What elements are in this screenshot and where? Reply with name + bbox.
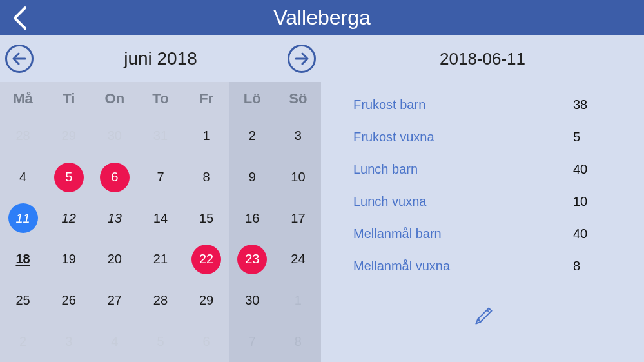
calendar-day-number: 20 xyxy=(100,245,130,274)
calendar-day[interactable]: 2 xyxy=(229,116,275,157)
calendar-day[interactable]: 7 xyxy=(229,321,275,362)
calendar-day[interactable]: 9 xyxy=(229,157,275,198)
calendar-day[interactable]: 15 xyxy=(184,197,229,239)
calendar-day[interactable]: 17 xyxy=(275,197,321,239)
detail-label: Frukost barn xyxy=(353,97,573,112)
calendar-day-number: 12 xyxy=(54,203,84,233)
calendar-day[interactable]: 6 xyxy=(184,321,229,362)
calendar-day-number: 27 xyxy=(100,286,130,316)
detail-value: 10 xyxy=(573,194,618,209)
calendar-day[interactable]: 8 xyxy=(275,321,321,362)
calendar-day[interactable]: 5 xyxy=(46,157,92,198)
calendar-day[interactable]: 13 xyxy=(92,197,137,239)
calendar-day[interactable]: 29 xyxy=(184,280,229,321)
calendar-day[interactable]: 25 xyxy=(0,280,46,321)
calendar-day-number: 15 xyxy=(191,203,221,233)
detail-row: Frukost vuxna5 xyxy=(353,121,618,153)
calendar-day[interactable]: 1 xyxy=(275,280,321,321)
next-month-button[interactable] xyxy=(288,45,316,73)
arrow-left-icon xyxy=(12,52,26,66)
calendar-day-number: 16 xyxy=(237,203,267,233)
calendar-day[interactable]: 8 xyxy=(184,157,229,198)
calendar-day-number: 6 xyxy=(191,327,221,356)
calendar-day-number: 5 xyxy=(54,163,84,192)
calendar-day[interactable]: 5 xyxy=(137,321,183,362)
calendar-day[interactable]: 18 xyxy=(0,239,46,280)
calendar-day-number: 5 xyxy=(146,327,175,356)
svg-rect-2 xyxy=(478,308,491,322)
detail-label: Lunch barn xyxy=(353,162,573,177)
calendar-day-number: 19 xyxy=(54,245,84,274)
calendar-day-number: 24 xyxy=(283,245,313,274)
calendar-panel: juni 2018 MåTiOnToFrLöSö 282930311234567… xyxy=(0,35,321,362)
calendar-day[interactable]: 10 xyxy=(275,157,321,198)
calendar-day[interactable]: 26 xyxy=(46,280,92,321)
calendar-grid: MåTiOnToFrLöSö 2829303112345678910111213… xyxy=(0,82,321,362)
calendar-day[interactable]: 3 xyxy=(275,116,321,157)
detail-label: Frukost vuxna xyxy=(353,130,573,145)
calendar-day-number: 29 xyxy=(54,121,84,151)
calendar-day[interactable]: 4 xyxy=(92,321,137,362)
weekday-header: Sö xyxy=(275,82,321,116)
svg-line-4 xyxy=(487,310,489,312)
weekday-header: Fr xyxy=(184,82,229,116)
calendar-day[interactable]: 16 xyxy=(229,197,275,239)
calendar-day[interactable]: 11 xyxy=(0,197,46,239)
edit-button[interactable] xyxy=(467,301,498,332)
calendar-day-number: 29 xyxy=(191,286,221,316)
back-button[interactable] xyxy=(4,0,36,35)
calendar-day-number: 2 xyxy=(8,327,38,356)
prev-month-button[interactable] xyxy=(5,45,34,73)
calendar-day[interactable]: 23 xyxy=(229,239,275,280)
calendar-day-number: 23 xyxy=(237,245,267,274)
calendar-day[interactable]: 19 xyxy=(46,239,92,280)
app-header: Valleberga xyxy=(0,0,644,35)
calendar-day[interactable]: 27 xyxy=(92,280,137,321)
detail-value: 40 xyxy=(573,226,618,241)
calendar-day[interactable]: 21 xyxy=(137,239,183,280)
detail-list: Frukost barn38Frukost vuxna5Lunch barn40… xyxy=(321,82,644,282)
calendar-day[interactable]: 20 xyxy=(92,239,137,280)
svg-marker-3 xyxy=(474,319,480,325)
calendar-day[interactable]: 7 xyxy=(137,157,183,198)
chevron-left-icon xyxy=(11,5,29,31)
detail-label: Mellanmål vuxna xyxy=(353,259,573,274)
calendar-day[interactable]: 28 xyxy=(0,116,46,157)
arrow-right-icon xyxy=(295,52,309,66)
calendar-day-number: 8 xyxy=(191,163,221,192)
calendar-day[interactable]: 2 xyxy=(0,321,46,362)
calendar-week-row: 2345678 xyxy=(0,321,321,362)
calendar-day-number: 18 xyxy=(8,245,38,274)
calendar-day-number: 17 xyxy=(283,203,313,233)
detail-row: Lunch barn40 xyxy=(353,153,618,185)
calendar-day[interactable]: 31 xyxy=(137,116,183,157)
month-label: juni 2018 xyxy=(124,48,197,69)
calendar-day-number: 31 xyxy=(146,121,175,151)
selected-date: 2018-06-11 xyxy=(321,35,644,82)
calendar-day-number: 26 xyxy=(54,286,84,316)
calendar-day-number: 1 xyxy=(191,121,221,151)
detail-label: Lunch vuxna xyxy=(353,194,573,209)
calendar-day-number: 14 xyxy=(146,203,175,233)
weekday-header: Lö xyxy=(229,82,275,116)
detail-row: Mellanmål barn40 xyxy=(353,217,618,250)
calendar-day[interactable]: 30 xyxy=(92,116,137,157)
calendar-day-number: 8 xyxy=(283,327,313,356)
calendar-day[interactable]: 6 xyxy=(92,157,137,198)
calendar-day-number: 6 xyxy=(100,163,130,192)
calendar-day[interactable]: 30 xyxy=(229,280,275,321)
calendar-day[interactable]: 29 xyxy=(46,116,92,157)
calendar-day[interactable]: 24 xyxy=(275,239,321,280)
calendar-day[interactable]: 1 xyxy=(184,116,229,157)
calendar-day-number: 3 xyxy=(54,327,84,356)
calendar-day[interactable]: 14 xyxy=(137,197,183,239)
calendar-day-number: 9 xyxy=(237,163,267,192)
detail-value: 8 xyxy=(573,259,618,274)
calendar-day[interactable]: 28 xyxy=(137,280,183,321)
calendar-day-number: 1 xyxy=(283,286,313,316)
calendar-day[interactable]: 22 xyxy=(184,239,229,280)
calendar-day[interactable]: 4 xyxy=(0,157,46,198)
calendar-day-number: 22 xyxy=(191,245,221,274)
calendar-day[interactable]: 12 xyxy=(46,197,92,239)
calendar-day[interactable]: 3 xyxy=(46,321,92,362)
